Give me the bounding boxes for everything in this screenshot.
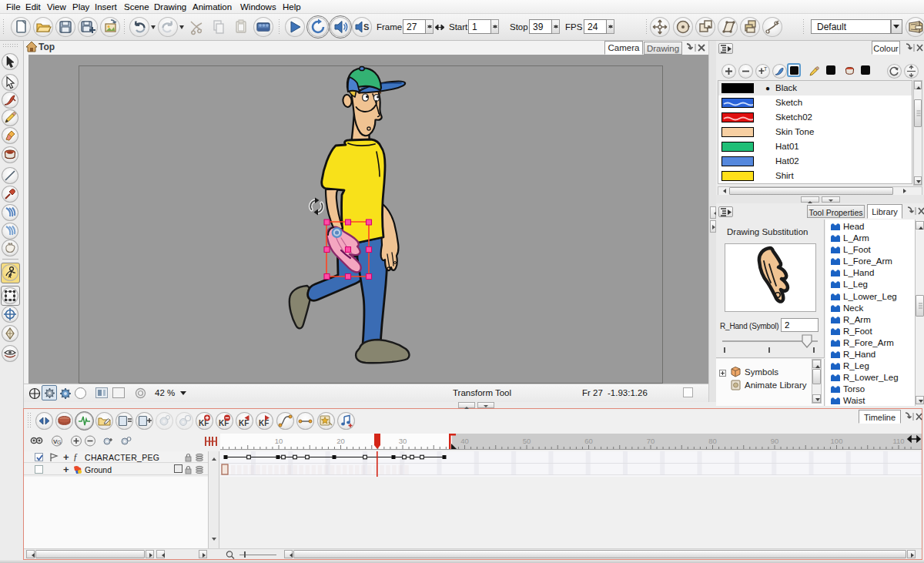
svg-text:G: G <box>57 440 61 445</box>
svg-text:40: 40 <box>460 437 469 445</box>
svg-text:KF: KF <box>259 419 269 427</box>
svg-text:20: 20 <box>336 437 345 445</box>
svg-text:10: 10 <box>275 437 283 445</box>
svg-text:110: 110 <box>892 437 904 445</box>
svg-text:70: 70 <box>647 437 655 445</box>
svg-text:90: 90 <box>771 437 779 445</box>
svg-text:T: T <box>764 66 768 72</box>
svg-text:80: 80 <box>708 437 717 445</box>
svg-text:50: 50 <box>523 437 531 445</box>
svg-text:KF: KF <box>239 419 249 427</box>
svg-text:60: 60 <box>584 437 593 445</box>
svg-text:30: 30 <box>399 437 407 445</box>
svg-text:S: S <box>363 22 369 32</box>
svg-text:100: 100 <box>831 437 843 445</box>
